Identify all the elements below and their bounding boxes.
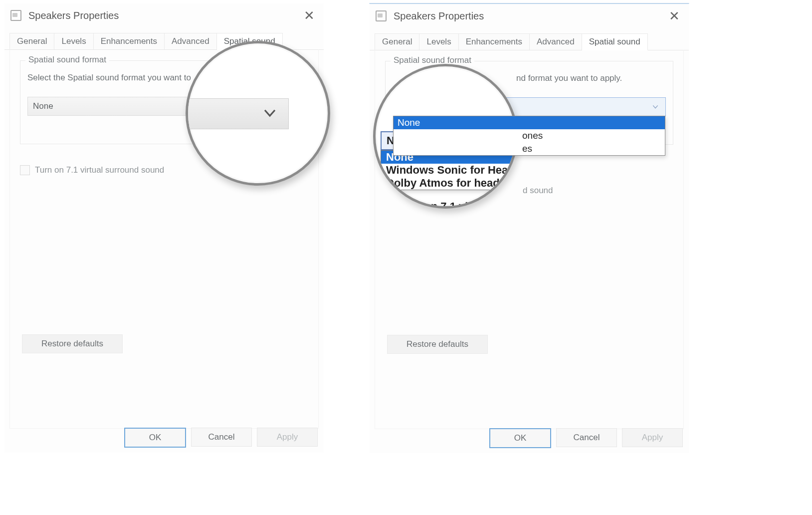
tab-advanced[interactable]: Advanced	[165, 33, 217, 49]
tab-advanced[interactable]: Advanced	[530, 33, 582, 50]
apply-button[interactable]: Apply	[257, 428, 318, 447]
tab-enhancements[interactable]: Enhancements	[94, 33, 165, 49]
close-button[interactable]: ✕	[299, 8, 320, 23]
magnified-options: None Windows Sonic for Head Dolby Atmos …	[381, 150, 518, 190]
tab-levels[interactable]: Levels	[54, 33, 93, 49]
close-button[interactable]: ✕	[664, 8, 685, 24]
tab-general[interactable]: General	[9, 33, 54, 49]
tab-levels[interactable]: Levels	[419, 33, 458, 50]
restore-defaults-button[interactable]: Restore defaults	[387, 335, 488, 354]
chevron-down-icon	[651, 103, 659, 113]
dropdown-options: None ones es	[393, 116, 665, 156]
titlebar: Speakers Properties ✕	[4, 3, 324, 27]
cancel-button[interactable]: Cancel	[191, 428, 252, 447]
ok-button[interactable]: OK	[489, 428, 551, 448]
tabs: General Levels Enhancements Advanced Spa…	[370, 28, 689, 50]
ok-button[interactable]: OK	[124, 428, 186, 448]
option-dolby-atmos-trail[interactable]: es	[394, 142, 665, 155]
option-windows-sonic-trail[interactable]: ones	[394, 129, 665, 142]
magnified-dropdown	[186, 98, 289, 129]
magnified-option-sonic: Windows Sonic for Head	[381, 164, 518, 177]
apply-button[interactable]: Apply	[622, 428, 683, 447]
speaker-icon	[376, 10, 387, 21]
dialog-footer: OK Cancel Apply	[489, 428, 683, 448]
window-title: Speakers Properties	[394, 10, 664, 22]
virtual-surround-checkbox[interactable]	[20, 165, 30, 175]
option-none[interactable]: None	[394, 116, 665, 129]
group-legend: Spatial sound format	[25, 55, 109, 65]
virtual-surround-label-trail: d sound	[523, 186, 553, 196]
chevron-down-icon	[262, 106, 277, 123]
tab-spatial-sound[interactable]: Spatial sound	[582, 33, 648, 50]
restore-defaults-button[interactable]: Restore defaults	[22, 334, 123, 353]
speaker-icon	[10, 10, 21, 21]
dropdown-selected-value: None	[33, 101, 53, 111]
magnifier-left	[186, 41, 330, 186]
group-legend: Spatial sound format	[391, 55, 474, 65]
cancel-button[interactable]: Cancel	[556, 428, 617, 447]
titlebar: Speakers Properties ✕	[370, 4, 689, 28]
window-title: Speakers Properties	[28, 10, 299, 21]
dialog-footer: OK Cancel Apply	[124, 428, 318, 448]
tab-enhancements[interactable]: Enhancements	[459, 33, 530, 50]
tab-general[interactable]: General	[375, 33, 419, 50]
virtual-surround-label: Turn on 7.1 virtual surround sound	[35, 165, 164, 175]
